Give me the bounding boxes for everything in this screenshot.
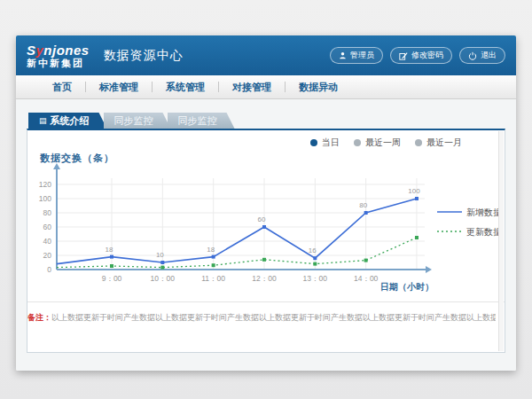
tab-2[interactable]: 同步监控 bbox=[104, 113, 171, 129]
data-point[interactable] bbox=[160, 261, 164, 264]
point-label: 100 bbox=[408, 187, 420, 195]
data-point[interactable] bbox=[212, 263, 215, 267]
radio-icon bbox=[354, 139, 361, 146]
header-actions: 管理员修改密码退出 bbox=[330, 47, 505, 64]
time-range-filters: 当日最近一周最近一月 bbox=[310, 137, 462, 149]
app-header: Synjones 新中新集团 数据资源中心 管理员修改密码退出 bbox=[16, 35, 516, 75]
button-label: 退出 bbox=[481, 50, 497, 61]
y-tick-label: 100 bbox=[39, 194, 51, 203]
x-tick-label: 13：00 bbox=[303, 274, 328, 283]
admin-user-button[interactable]: 管理员 bbox=[330, 47, 383, 64]
data-point[interactable] bbox=[110, 255, 113, 259]
data-point[interactable] bbox=[313, 256, 317, 260]
data-point[interactable] bbox=[160, 266, 164, 270]
x-tick-label: 10：00 bbox=[151, 274, 176, 283]
footnote-label: 备注： bbox=[27, 313, 51, 322]
data-point[interactable] bbox=[364, 259, 368, 262]
data-point[interactable] bbox=[212, 255, 215, 259]
x-tick-label: 11：00 bbox=[201, 274, 225, 283]
data-point[interactable] bbox=[313, 262, 317, 266]
nav-item-1[interactable]: 首页 bbox=[39, 81, 85, 94]
y-tick-label: 0 bbox=[47, 265, 51, 274]
y-tick-label: 120 bbox=[39, 180, 51, 189]
nav-item-5[interactable]: 数据异动 bbox=[286, 81, 351, 94]
tab-label: 同步监控 bbox=[178, 113, 217, 129]
chart-panel: 当日最近一周最近一月 数据交换（条） 0204060801001209：0010… bbox=[27, 129, 505, 353]
nav-item-4[interactable]: 对接管理 bbox=[219, 81, 285, 94]
radio-filter-3[interactable]: 最近一月 bbox=[415, 137, 462, 149]
y-tick-label: 40 bbox=[43, 237, 52, 246]
logo-wordmark: Synjones bbox=[27, 43, 90, 57]
logout-icon bbox=[468, 51, 477, 60]
point-label: 18 bbox=[106, 246, 113, 254]
point-label: 10 bbox=[156, 251, 164, 259]
document-icon: ▤ bbox=[39, 117, 47, 125]
company-logo[interactable]: Synjones 新中新集团 bbox=[27, 43, 90, 68]
tab-1[interactable]: ▤系统介绍 bbox=[28, 113, 107, 129]
data-point[interactable] bbox=[364, 211, 368, 215]
tab-bar: ▤系统介绍同步监控同步监控 bbox=[28, 113, 505, 129]
footnote: 备注：以上数据更新于时间产生数据以上数据更新于时间产生数据以上数据更新于时间产生… bbox=[27, 312, 496, 324]
divider bbox=[27, 301, 505, 302]
x-tick-label: 14：00 bbox=[354, 274, 379, 283]
data-point[interactable] bbox=[262, 258, 266, 262]
x-axis-arrow-icon bbox=[426, 266, 432, 273]
x-tick-label: 12：00 bbox=[252, 274, 277, 283]
button-label: 管理员 bbox=[350, 50, 374, 61]
footnote-text: 以上数据更新于时间产生数据以上数据更新于时间产生数据以上数据更新于时间产生数据以… bbox=[51, 313, 496, 322]
y-tick-label: 80 bbox=[43, 208, 52, 217]
y-axis-arrow-icon bbox=[53, 163, 60, 169]
button-label: 修改密码 bbox=[411, 50, 443, 61]
radio-label: 最近一周 bbox=[365, 137, 401, 149]
legend-label: 更新数据 bbox=[466, 227, 503, 237]
radio-label: 最近一月 bbox=[426, 137, 462, 149]
panel-scrollbar[interactable] bbox=[498, 131, 504, 351]
x-axis-title: 日期（小时） bbox=[380, 282, 434, 292]
point-label: 16 bbox=[309, 246, 317, 254]
point-label: 18 bbox=[207, 246, 215, 254]
tab-label: 系统介绍 bbox=[51, 113, 90, 129]
legend-label: 新增数据 bbox=[466, 207, 503, 217]
point-label: 80 bbox=[359, 201, 367, 209]
page-title: 数据资源中心 bbox=[104, 48, 184, 64]
main-nav: 首页标准管理系统管理对接管理数据异动 bbox=[16, 75, 516, 99]
radio-filter-1[interactable]: 当日 bbox=[310, 137, 340, 149]
radio-icon bbox=[310, 139, 317, 146]
radio-label: 当日 bbox=[322, 137, 340, 149]
user-icon bbox=[339, 51, 347, 60]
y-tick-label: 20 bbox=[43, 251, 52, 260]
nav-item-2[interactable]: 标准管理 bbox=[86, 81, 152, 94]
radio-icon bbox=[415, 139, 422, 146]
data-point[interactable] bbox=[110, 264, 113, 268]
tab-3[interactable]: 同步监控 bbox=[168, 113, 235, 129]
data-point[interactable] bbox=[415, 197, 419, 200]
data-point[interactable] bbox=[262, 225, 266, 229]
line-chart: 0204060801001209：0010：0011：0012：0013：001… bbox=[27, 155, 506, 297]
tab-label: 同步监控 bbox=[114, 113, 153, 129]
edit-icon bbox=[399, 51, 408, 60]
logo-subtitle: 新中新集团 bbox=[27, 59, 90, 68]
data-point[interactable] bbox=[415, 236, 419, 239]
x-tick-label: 9：00 bbox=[102, 274, 122, 283]
nav-item-3[interactable]: 系统管理 bbox=[153, 81, 218, 94]
content-area: ▤系统介绍同步监控同步监控 当日最近一周最近一月 数据交换（条） 0204060… bbox=[16, 99, 516, 371]
change-password-button[interactable]: 修改密码 bbox=[390, 47, 452, 64]
radio-filter-2[interactable]: 最近一周 bbox=[354, 137, 401, 149]
desktop-background: Synjones 新中新集团 数据资源中心 管理员修改密码退出 首页标准管理系统… bbox=[0, 0, 532, 399]
y-tick-label: 60 bbox=[43, 223, 52, 231]
app-window: Synjones 新中新集团 数据资源中心 管理员修改密码退出 首页标准管理系统… bbox=[16, 35, 516, 371]
point-label: 60 bbox=[258, 215, 266, 223]
logout-button[interactable]: 退出 bbox=[459, 47, 505, 64]
